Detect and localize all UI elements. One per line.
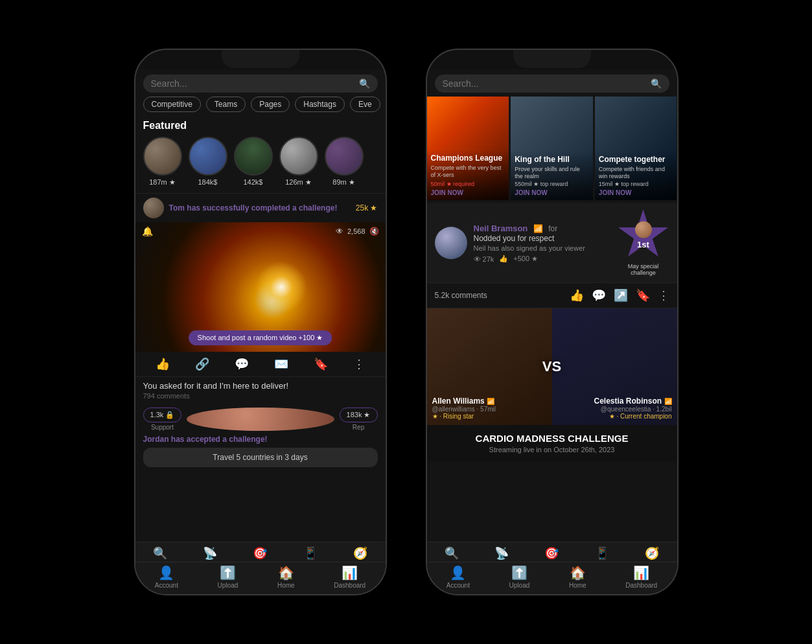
comments-count: 5.2k comments: [435, 291, 562, 300]
mail-icon[interactable]: ✉️: [274, 357, 288, 371]
challenge-badge[interactable]: Shoot and post a random video +100 ★: [189, 330, 332, 345]
filter-hashtags[interactable]: Hashtags: [295, 97, 345, 112]
featured-item-5: 89m ★: [325, 137, 364, 187]
right-nav-target[interactable]: 🎯: [544, 546, 559, 560]
accept-notification: Jordan has accepted a challenge!: [135, 435, 386, 445]
notif-count: 25k ★: [356, 203, 378, 213]
notif-stats: 👁 27k 👍 +500 ★: [474, 255, 611, 263]
right-notif-card: Neil Bramson 📶 for Nodded you for respec…: [427, 203, 677, 282]
right-upload-icon: ⬆️: [511, 565, 528, 581]
right-nav-dashboard[interactable]: 📊 Dashboard: [625, 565, 657, 589]
comment-icon[interactable]: 💬: [235, 357, 249, 371]
right-nav-search[interactable]: 🔍: [445, 546, 459, 560]
nav-dashboard[interactable]: 📊 Dashboard: [334, 565, 365, 589]
star-rank: 1st: [635, 240, 652, 249]
nav-search[interactable]: 🔍: [153, 546, 167, 560]
right-nav-account[interactable]: 👤 Account: [447, 565, 470, 589]
rep-label: Rep: [353, 424, 364, 431]
right-search-bar[interactable]: 🔍: [435, 75, 669, 93]
nav-home[interactable]: 🏠 Home: [277, 565, 295, 589]
nav-account[interactable]: 👤 Account: [155, 565, 178, 589]
featured-stat-2: 184k$: [198, 178, 218, 186]
featured-item-3: 142k$: [234, 137, 273, 187]
vs-left-handle: @allenwilliams · 57mil: [432, 406, 496, 413]
like-icon[interactable]: 👍: [156, 357, 170, 371]
accept-user: Jordan: [143, 435, 169, 444]
filter-eve[interactable]: Eve: [350, 97, 380, 112]
support-label: Support: [151, 424, 174, 431]
challenge-preview-text: Travel 5 countries in 3 days: [213, 453, 307, 462]
comp-overlay-2: King of the Hill Prove your skills and r…: [511, 151, 593, 200]
more-icon[interactable]: ⋮: [353, 357, 365, 371]
left-phone: 🔍 Competitive Teams Pages Hashtags Eve F…: [134, 49, 387, 595]
left-search-input[interactable]: [151, 78, 354, 89]
vs-text: VS: [542, 358, 561, 375]
dashboard-icon: 📊: [342, 565, 358, 581]
right-nav-compass[interactable]: 🧭: [645, 546, 659, 560]
bookmark-action[interactable]: 🔖: [636, 288, 650, 303]
left-search-bar[interactable]: 🔍: [143, 75, 378, 93]
support-button[interactable]: 1.3k 🔒: [143, 408, 182, 422]
chat-action[interactable]: 💬: [592, 288, 606, 303]
comp-card-king[interactable]: King of the Hill Prove your skills and r…: [511, 97, 593, 200]
notif-action: has successfully completed a challenge!: [187, 203, 337, 213]
comp-required-1: 50mil ★ required: [431, 181, 505, 187]
right-nav-upload[interactable]: ⬆️ Upload: [509, 565, 530, 589]
nav-feed[interactable]: 📡: [203, 546, 217, 560]
featured-row: 187m ★ 184k$ 142k$ 126m ★: [135, 137, 386, 193]
nav-feed-icon: 📡: [203, 546, 217, 560]
vs-left-signal: 📶: [487, 398, 494, 405]
right-nav-home[interactable]: 🏠 Home: [569, 565, 586, 589]
star-shape-container: 1st: [618, 209, 669, 261]
right-feed-icon: 📡: [494, 546, 509, 560]
challenge-badge-text: Shoot and post a random video +100 ★: [198, 334, 323, 341]
notif-action: Nodded you for respect: [474, 234, 611, 243]
left-nav-icons: 🔍 📡 🎯 📱 🧭: [135, 542, 386, 562]
video-overlay-top: 🔔 👁 2,568 🔇: [135, 226, 386, 236]
comp-desc-3: Compete with friends and win rewards: [599, 166, 673, 181]
right-nav-feed[interactable]: 📡: [494, 546, 509, 560]
filter-competitive[interactable]: Competitive: [143, 97, 201, 112]
left-nav-tabs: 👤 Account ⬆️ Upload 🏠 Home 📊: [135, 562, 386, 594]
mute-icon: 🔇: [369, 227, 379, 236]
more-action[interactable]: ⋮: [658, 288, 669, 303]
right-bottom-nav: 🔍 📡 🎯 📱 🧭: [427, 542, 677, 594]
right-search-input[interactable]: [443, 78, 645, 89]
right-account-label: Account: [447, 582, 470, 589]
rep-button[interactable]: 183k ★: [340, 408, 378, 422]
comp-overlay-1: Champions League Compete with the very b…: [427, 150, 509, 200]
featured-avatar-2: [189, 137, 227, 176]
right-nav-tablet[interactable]: 📱: [595, 546, 609, 560]
nav-target[interactable]: 🎯: [253, 546, 267, 560]
nav-upload[interactable]: ⬆️ Upload: [218, 565, 238, 589]
notif-name: Neil Bramson: [474, 224, 528, 233]
save-icon[interactable]: 🔖: [314, 357, 328, 371]
share-icon[interactable]: 🔗: [195, 357, 209, 371]
comp-card-compete[interactable]: Compete together Compete with friends an…: [595, 97, 677, 200]
wifi-icon: 📶: [533, 224, 543, 233]
left-bottom-nav: 🔍 📡 🎯 📱 🧭: [135, 542, 386, 594]
vs-player-left: Allen Williams 📶 @allenwilliams · 57mil …: [432, 397, 496, 420]
vs-player-right: Celestia Robinson 📶 @queenceelestia · 1.…: [594, 397, 671, 420]
vs-right-name: Celestia Robinson 📶: [594, 397, 671, 406]
share-action[interactable]: ↗️: [614, 288, 628, 303]
notif-eye: 👁 27k: [474, 255, 494, 263]
filter-pages[interactable]: Pages: [251, 97, 290, 112]
comp-reward-2: 550mil ★ top reward: [515, 181, 589, 187]
left-screen: 🔍 Competitive Teams Pages Hashtags Eve F…: [135, 69, 386, 594]
vs-right-signal: 📶: [664, 398, 672, 405]
nav-compass[interactable]: 🧭: [353, 546, 367, 560]
vs-right-tag: ★ · Current champion: [594, 413, 671, 420]
upload-icon: ⬆️: [220, 565, 236, 581]
cardio-sub: Streaming live in on October 26th, 2023: [435, 446, 669, 454]
nav-tablet-icon: 📱: [303, 546, 318, 560]
nav-compass-icon: 🧭: [353, 546, 367, 560]
comp-card-champions[interactable]: Champions League Compete with the very b…: [427, 97, 509, 200]
filter-teams[interactable]: Teams: [206, 97, 246, 112]
like-action[interactable]: 👍: [570, 288, 584, 303]
challenge-preview[interactable]: Travel 5 countries in 3 days: [143, 448, 378, 467]
notif-avatar: [143, 198, 164, 218]
account-icon: 👤: [158, 565, 174, 581]
vs-left-name: Allen Williams 📶: [432, 397, 496, 406]
nav-tablet[interactable]: 📱: [303, 546, 318, 560]
